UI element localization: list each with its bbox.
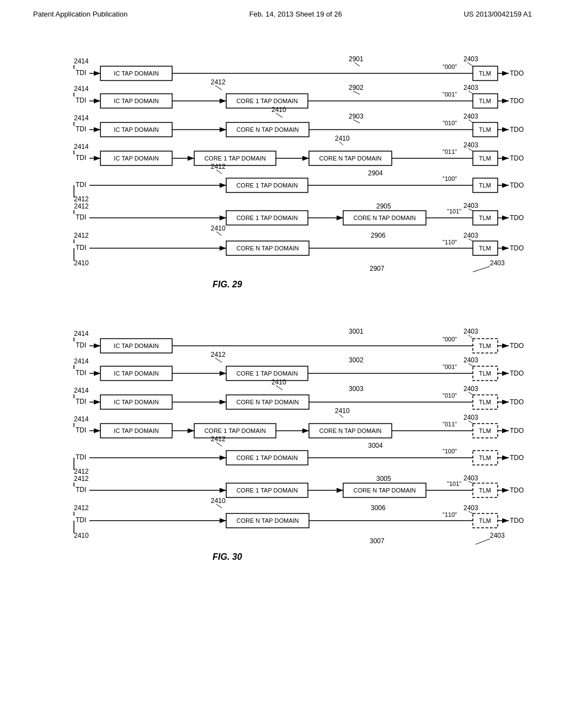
header-right: US 2013/0042159 A1 (463, 10, 532, 18)
svg-text:3004: 3004 (368, 442, 383, 449)
svg-text:"100": "100" (443, 175, 457, 182)
main-content: 2414 TDI IC TAP DOMAIN 2901 "000" 2403 (0, 24, 565, 591)
svg-text:CORE 1 TAP DOMAIN: CORE 1 TAP DOMAIN (204, 155, 265, 162)
svg-text:IC TAP DOMAIN: IC TAP DOMAIN (114, 370, 158, 377)
svg-text:2403: 2403 (463, 113, 478, 120)
svg-text:2412: 2412 (74, 504, 89, 512)
svg-text:CORE N TAP DOMAIN: CORE N TAP DOMAIN (319, 427, 381, 434)
svg-text:2412: 2412 (211, 78, 226, 86)
svg-text:TLM: TLM (479, 517, 491, 524)
svg-line-40 (276, 113, 282, 117)
svg-text:TDO: TDO (510, 97, 524, 105)
svg-text:TDO: TDO (510, 454, 524, 462)
svg-text:2410: 2410 (271, 106, 286, 114)
svg-text:FIG. 30: FIG. 30 (212, 552, 242, 561)
svg-line-175 (276, 386, 282, 390)
svg-text:"110": "110" (443, 511, 457, 518)
svg-text:CORE 1 TAP DOMAIN: CORE 1 TAP DOMAIN (236, 454, 297, 461)
svg-line-149 (468, 335, 473, 339)
svg-text:2414: 2414 (74, 85, 89, 93)
svg-text:CORE 1 TAP DOMAIN: CORE 1 TAP DOMAIN (236, 215, 297, 221)
svg-text:CORE 1 TAP DOMAIN: CORE 1 TAP DOMAIN (236, 487, 297, 494)
svg-text:2403: 2403 (463, 414, 478, 421)
svg-text:2905: 2905 (376, 202, 391, 210)
fig30-container: 2414 TDI IC TAP DOMAIN 3001 "000" 2403 (34, 307, 531, 580)
svg-text:TDI: TDI (76, 369, 86, 377)
svg-text:"000": "000" (443, 63, 457, 70)
svg-text:TDO: TDO (510, 154, 524, 162)
svg-text:2414: 2414 (74, 57, 89, 65)
svg-text:2902: 2902 (349, 84, 364, 92)
svg-text:IC TAP DOMAIN: IC TAP DOMAIN (114, 155, 158, 162)
svg-text:TDO: TDO (510, 517, 524, 524)
svg-text:3005: 3005 (376, 475, 391, 483)
header-center: Feb. 14, 2013 Sheet 19 of 26 (249, 10, 342, 18)
svg-line-83 (216, 170, 222, 174)
svg-text:2414: 2414 (74, 387, 89, 394)
svg-text:CORE 1 TAP DOMAIN: CORE 1 TAP DOMAIN (236, 370, 297, 377)
svg-text:TDI: TDI (76, 244, 86, 251)
svg-text:2410: 2410 (335, 135, 350, 142)
svg-text:TDI: TDI (76, 398, 86, 405)
svg-text:2403: 2403 (463, 474, 478, 482)
svg-text:2410: 2410 (74, 532, 89, 539)
svg-text:"000": "000" (443, 336, 457, 342)
svg-text:3007: 3007 (370, 537, 385, 545)
svg-text:"001": "001" (443, 91, 457, 98)
svg-text:TDO: TDO (510, 370, 524, 377)
svg-text:TLM: TLM (479, 182, 491, 189)
svg-text:2403: 2403 (490, 259, 505, 267)
svg-text:"011": "011" (443, 421, 457, 427)
svg-text:CORE 1 TAP DOMAIN: CORE 1 TAP DOMAIN (204, 427, 265, 434)
svg-text:TLM: TLM (479, 70, 491, 77)
svg-text:3003: 3003 (349, 385, 364, 393)
svg-text:TDO: TDO (510, 342, 524, 350)
svg-text:TLM: TLM (479, 487, 491, 494)
svg-text:"010": "010" (443, 392, 457, 399)
svg-text:TLM: TLM (479, 342, 491, 349)
svg-text:2414: 2414 (74, 415, 89, 423)
svg-text:TDO: TDO (510, 181, 524, 189)
svg-text:TDI: TDI (76, 181, 86, 189)
svg-text:CORE N TAP DOMAIN: CORE N TAP DOMAIN (236, 399, 299, 405)
svg-line-136 (473, 266, 490, 272)
svg-text:CORE N TAP DOMAIN: CORE N TAP DOMAIN (319, 155, 381, 162)
svg-line-9 (354, 62, 360, 66)
svg-text:2412: 2412 (74, 468, 89, 475)
svg-text:TLM: TLM (479, 245, 491, 251)
svg-text:IC TAP DOMAIN: IC TAP DOMAIN (114, 342, 158, 349)
svg-text:2403: 2403 (463, 232, 478, 239)
svg-text:TDO: TDO (510, 486, 524, 494)
svg-text:2901: 2901 (349, 55, 364, 63)
svg-text:2414: 2414 (74, 330, 89, 338)
svg-text:"100": "100" (443, 448, 457, 454)
svg-text:FIG. 29: FIG. 29 (212, 280, 242, 289)
svg-text:TDI: TDI (76, 486, 86, 494)
svg-text:IC TAP DOMAIN: IC TAP DOMAIN (114, 126, 158, 133)
fig30-svg: 2414 TDI IC TAP DOMAIN 3001 "000" 2403 (34, 307, 531, 577)
svg-text:CORE 1 TAP DOMAIN: CORE 1 TAP DOMAIN (236, 182, 297, 189)
svg-text:TLM: TLM (479, 454, 491, 461)
svg-text:TLM: TLM (479, 370, 491, 377)
svg-text:TLM: TLM (479, 155, 491, 162)
svg-text:TDI: TDI (76, 154, 86, 162)
svg-text:2403: 2403 (463, 504, 478, 512)
svg-text:TDI: TDI (76, 516, 86, 524)
svg-text:2414: 2414 (74, 357, 89, 365)
svg-text:TDO: TDO (510, 69, 524, 77)
svg-text:"010": "010" (443, 120, 457, 126)
svg-text:IC TAP DOMAIN: IC TAP DOMAIN (114, 70, 158, 77)
svg-text:TDO: TDO (510, 126, 524, 133)
svg-text:2403: 2403 (463, 356, 478, 364)
svg-text:2410: 2410 (271, 378, 286, 386)
svg-text:CORE N TAP DOMAIN: CORE N TAP DOMAIN (236, 517, 299, 524)
svg-text:IC TAP DOMAIN: IC TAP DOMAIN (114, 98, 158, 104)
svg-text:2412: 2412 (211, 435, 226, 443)
svg-text:2410: 2410 (74, 259, 89, 267)
svg-text:"001": "001" (443, 363, 457, 370)
svg-text:2907: 2907 (370, 265, 385, 272)
svg-text:IC TAP DOMAIN: IC TAP DOMAIN (114, 399, 158, 405)
svg-line-250 (216, 504, 222, 508)
svg-text:CORE 1 TAP DOMAIN: CORE 1 TAP DOMAIN (236, 98, 297, 104)
svg-text:2412: 2412 (211, 163, 226, 170)
